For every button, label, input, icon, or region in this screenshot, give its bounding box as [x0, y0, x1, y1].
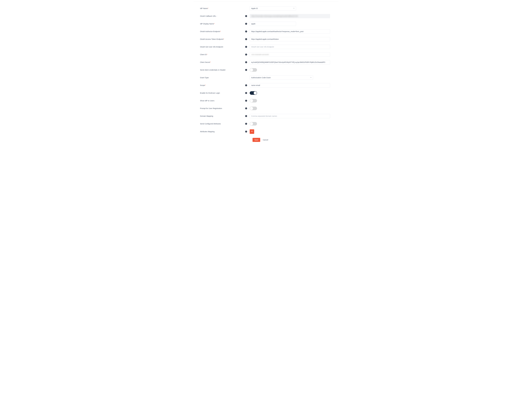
authorize-endpoint-input[interactable] [250, 29, 330, 34]
info-icon[interactable] [245, 123, 247, 125]
info-icon[interactable] [245, 131, 247, 133]
send-configured-attrs-toggle[interactable] [250, 122, 257, 126]
add-attribute-mapping-button[interactable] [250, 129, 254, 134]
info-icon[interactable] [245, 69, 247, 71]
label-prompt-registration: Prompt for User Registration [200, 107, 245, 109]
label-grant-type: Grant Type: [200, 77, 245, 79]
info-icon[interactable] [245, 54, 247, 56]
client-id-input[interactable] [250, 52, 330, 57]
idp-config-form: IdP Name* Apple ID OAuth Callback URL : … [193, 6, 339, 134]
label-scope: Scope* [200, 84, 245, 86]
grant-type-select[interactable]: Authorization Code Grant [250, 76, 313, 80]
enable-enduser-toggle[interactable] [250, 91, 257, 95]
idp-name-select[interactable]: Apple ID [250, 6, 296, 10]
display-name-input[interactable] [250, 22, 296, 26]
label-enable-enduser: Enable for EndUser Login [200, 92, 245, 94]
domain-mapping-input[interactable] [250, 114, 330, 118]
cancel-button[interactable]: Cancel [263, 139, 268, 141]
info-icon[interactable] [245, 31, 247, 33]
scope-input[interactable] [250, 83, 330, 87]
label-attributes-mapping: Attributes Mapping [200, 131, 245, 133]
label-userinfo-endpoint: OAuth Get User Info Endpoint [200, 46, 245, 48]
label-client-id: Client ID* [200, 54, 245, 56]
save-button[interactable]: Save [253, 138, 260, 142]
info-icon[interactable] [245, 115, 247, 117]
label-display-name: IdP Display Name* [200, 23, 245, 25]
info-icon[interactable] [245, 46, 247, 48]
label-domain-mapping: Domain Mapping [200, 115, 245, 117]
plus-icon [251, 130, 253, 133]
show-idp-toggle[interactable] [250, 99, 257, 102]
label-authorize-endpoint: OAuth Authorize Endpoint* [200, 31, 245, 33]
callback-url-display: https://example.miniorange.example/app/o… [250, 14, 330, 18]
label-callback-url: OAuth Callback URL : [200, 15, 245, 17]
client-secret-input[interactable] [250, 60, 330, 64]
info-icon[interactable] [245, 15, 247, 17]
info-icon[interactable] [245, 92, 247, 94]
token-endpoint-input[interactable] [250, 37, 330, 41]
info-icon[interactable] [245, 84, 247, 86]
info-icon[interactable] [245, 100, 247, 102]
info-icon[interactable] [245, 23, 247, 25]
label-idp-name: IdP Name* [200, 8, 245, 9]
label-send-in-header: Send client credentials in Header [200, 69, 245, 71]
label-show-idp: Show IdP to Users [200, 100, 245, 102]
send-in-header-toggle[interactable] [250, 68, 257, 72]
info-icon[interactable] [245, 38, 247, 40]
prompt-registration-toggle[interactable] [250, 107, 257, 110]
label-token-endpoint: OAuth Access Token Endpoint* [200, 38, 245, 40]
label-send-configured-attrs: Send Configured Attributes [200, 123, 245, 125]
label-client-secret: Client Secret* [200, 61, 245, 63]
info-icon[interactable] [245, 61, 247, 63]
info-icon[interactable] [245, 107, 247, 109]
form-actions: Save Cancel [193, 138, 339, 145]
userinfo-endpoint-input[interactable] [250, 45, 330, 49]
